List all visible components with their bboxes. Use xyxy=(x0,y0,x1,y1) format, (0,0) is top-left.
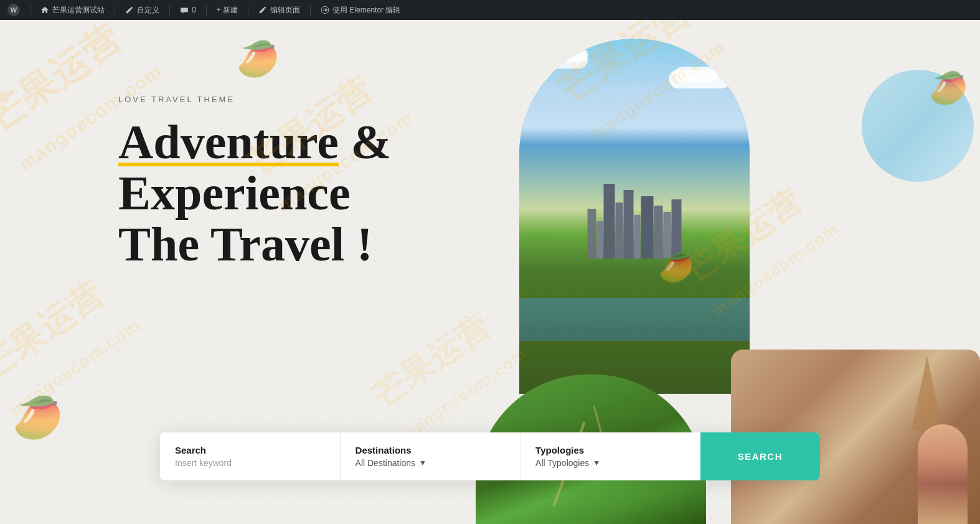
building-1 xyxy=(588,209,596,259)
destinations-field[interactable]: Destinations All Destinations ▼ xyxy=(341,432,521,480)
search-placeholder: Insert keyword xyxy=(175,458,325,468)
admin-bar-separator-4 xyxy=(206,5,207,15)
building-6 xyxy=(634,215,641,259)
city-image xyxy=(519,39,750,394)
admin-bar-separator-2 xyxy=(115,5,115,15)
comments-icon xyxy=(180,6,189,14)
typologies-label: Typologies xyxy=(535,445,686,455)
admin-bar-new[interactable]: + 新建 xyxy=(217,5,238,16)
skyline xyxy=(588,184,682,259)
search-bar: Search Insert keyword Destinations All D… xyxy=(160,432,820,480)
hero-title-line3: The Travel ! xyxy=(118,217,373,271)
typologies-chevron-icon: ▼ xyxy=(593,459,600,467)
mango-deco-1: 🥭 xyxy=(237,39,280,79)
main-content: 芒果运营mangoecom.com 芒果运营mangoecom.com 芒果运营… xyxy=(0,20,980,524)
typologies-select[interactable]: All Typologies ▼ xyxy=(535,458,686,468)
mango-deco-3: 🥭 xyxy=(929,70,968,106)
cloud-4 xyxy=(675,67,719,82)
destinations-label: Destinations xyxy=(356,445,506,455)
home-icon xyxy=(40,6,49,14)
admin-bar: W 芒果运营测试站 自定义 0 + 新建 编辑页面 使用 Elementor 编… xyxy=(0,0,980,20)
admin-bar-separator-3 xyxy=(169,5,170,15)
search-button[interactable]: SEARCH xyxy=(700,432,820,480)
admin-bar-wp-logo[interactable]: W xyxy=(7,4,20,16)
cloud-2 xyxy=(550,48,588,62)
hero-title-highlight: Adventure xyxy=(118,117,339,168)
admin-bar-separator-6 xyxy=(310,5,311,15)
typologies-field[interactable]: Typologies All Typologies ▼ xyxy=(521,432,700,480)
hero-title: Adventure & Experience The Travel ! xyxy=(118,117,391,270)
destinations-chevron-icon: ▼ xyxy=(419,459,426,467)
building-7 xyxy=(641,196,654,259)
destinations-select[interactable]: All Destinations ▼ xyxy=(356,458,506,468)
customize-icon xyxy=(125,6,134,14)
admin-bar-customize[interactable]: 自定义 xyxy=(125,5,159,16)
admin-bar-separator xyxy=(30,5,31,15)
admin-bar-edit-page[interactable]: 编辑页面 xyxy=(258,5,300,16)
admin-bar-comments[interactable]: 0 xyxy=(180,6,196,14)
hero-title-line2: Experience xyxy=(118,166,351,220)
edit-icon xyxy=(258,6,267,14)
mango-deco-2: 🥭 xyxy=(12,394,63,441)
admin-bar-elementor[interactable]: 使用 Elementor 编辑 xyxy=(321,5,400,16)
building-2 xyxy=(597,221,603,259)
admin-bar-site-name[interactable]: 芒果运营测试站 xyxy=(40,5,105,16)
hero-text-container: LOVE TRAVEL THEME Adventure & Experience… xyxy=(118,95,391,270)
hero-subtitle: LOVE TRAVEL THEME xyxy=(118,95,391,104)
building-3 xyxy=(604,184,615,259)
mango-deco-4: 🥭 xyxy=(659,250,694,283)
elementor-icon xyxy=(321,6,329,14)
building-4 xyxy=(616,202,623,259)
typologies-value: All Typologies xyxy=(535,458,589,468)
building-5 xyxy=(624,190,634,259)
admin-bar-separator-5 xyxy=(248,5,248,15)
search-label: Search xyxy=(175,445,325,455)
water xyxy=(519,298,750,340)
wordpress-logo-icon: W xyxy=(7,4,20,16)
person-silhouette xyxy=(918,424,968,524)
destinations-value: All Destinations xyxy=(356,458,416,468)
temple-spire xyxy=(912,356,943,431)
city-image-inner xyxy=(519,39,750,394)
search-field[interactable]: Search Insert keyword xyxy=(160,432,341,480)
